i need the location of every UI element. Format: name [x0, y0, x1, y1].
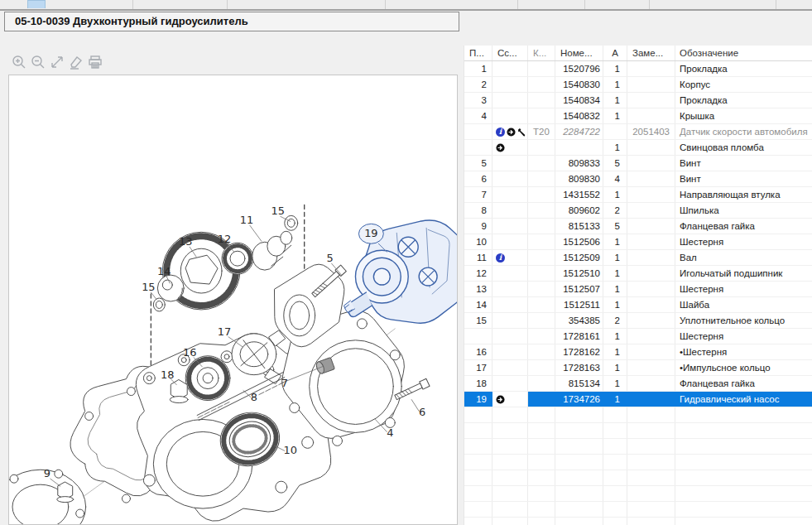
column-header-desc[interactable]: Обозначение: [675, 46, 812, 60]
table-row-pos-13[interactable]: 1315125071Шестерня: [464, 282, 812, 297]
table-row-empty[interactable]: [464, 455, 812, 470]
table-row[interactable]: iT2022847222051403Датчик скорости автомо…: [464, 124, 812, 140]
table-row-pos-6[interactable]: 68098304Винт: [464, 171, 812, 187]
part-label-8[interactable]: 8: [251, 391, 257, 403]
table-row-pos-18[interactable]: 188151341Фланцевая гайка: [464, 376, 812, 392]
part-nut-9[interactable]: [57, 482, 74, 502]
table-header-row[interactable]: П...Сс...К...Номе...АЗаме...Обозначение: [464, 46, 812, 61]
part-ring-15a[interactable]: [285, 215, 298, 230]
column-header-pos[interactable]: П...: [464, 46, 492, 60]
table-row-pos-3[interactable]: 315408341Прокладка: [464, 93, 812, 108]
zoom-out-icon[interactable]: [30, 54, 46, 70]
cell-empty: [603, 407, 627, 422]
part-label-16[interactable]: 16: [183, 346, 196, 359]
cell-pos: 17: [464, 360, 492, 375]
table-row-pos-12[interactable]: 1215125101Игольчатый подшипник: [464, 266, 812, 282]
part-label-19[interactable]: 19: [364, 227, 377, 239]
cell-ref: [492, 360, 528, 375]
cell-code: [528, 156, 555, 171]
table-row-empty[interactable]: [464, 439, 812, 455]
part-label-5[interactable]: 5: [326, 252, 333, 264]
table-row-pos-10[interactable]: 1015125061Шестерня: [464, 234, 812, 250]
exploded-diagram[interactable]: 1511121314155171618781096419: [9, 75, 457, 524]
zoom-in-icon[interactable]: [11, 54, 27, 70]
cell-code: [528, 187, 555, 202]
exchange-icon: [496, 395, 505, 404]
table-row-pos-7[interactable]: 714315521Направляющая втулка: [464, 187, 812, 203]
part-label-12[interactable]: 12: [218, 233, 231, 245]
wrench-icon: [517, 128, 526, 137]
part-label-13[interactable]: 13: [179, 235, 192, 248]
part-label-6[interactable]: 6: [419, 406, 425, 418]
part-label-17[interactable]: 17: [218, 325, 231, 338]
cell-empty: [464, 470, 492, 485]
cell-qty: 2: [603, 203, 627, 218]
table-row-pos-8[interactable]: 88096022Шпилька: [464, 203, 812, 219]
table-row-pos-2[interactable]: 215408301Корпус: [464, 77, 812, 93]
part-label-15[interactable]: 15: [271, 205, 285, 217]
cell-empty: [464, 518, 492, 525]
cell-code: [528, 203, 555, 218]
part-label-7[interactable]: 7: [281, 377, 288, 389]
table-row[interactable]: 17281611Шестерня: [464, 329, 812, 344]
cell-empty: [555, 518, 603, 525]
part-label-15[interactable]: 15: [142, 281, 155, 293]
table-row-empty[interactable]: [464, 470, 812, 486]
cell-pos: 6: [464, 171, 492, 186]
cell-desc: Игольчатый подшипник: [675, 266, 812, 281]
column-header-repl[interactable]: Заме...: [627, 46, 675, 60]
cell-num: 1512511: [555, 297, 603, 312]
section-title: 05-10-0039 Двухконтурный гидроусилитель: [4, 12, 459, 31]
table-row-empty[interactable]: [464, 518, 812, 525]
cell-empty: [627, 518, 675, 525]
cell-num: 1734726: [555, 392, 603, 407]
cell-code: [528, 392, 555, 407]
table-row-pos-1[interactable]: 115207961Прокладка: [464, 61, 812, 77]
part-washer-14[interactable]: [157, 275, 184, 301]
column-header-qty[interactable]: А: [603, 46, 627, 60]
cell-repl: [627, 376, 675, 391]
cell-num: 1512506: [555, 234, 603, 249]
cell-ref: [492, 108, 528, 123]
column-header-ref[interactable]: Сс...: [492, 46, 528, 60]
column-header-code[interactable]: К...: [528, 46, 555, 60]
highlighter-icon[interactable]: [68, 54, 84, 70]
table-row-pos-17[interactable]: 1717281631•Импульсное кольцо: [464, 360, 812, 376]
table-row-pos-5[interactable]: 58098335Винт: [464, 156, 812, 171]
table-row[interactable]: 1Свинцовая пломба: [464, 140, 812, 156]
part-label-4[interactable]: 4: [387, 426, 393, 439]
table-row-pos-15[interactable]: 153543852Уплотнительное кольцо: [464, 313, 812, 329]
table-row-empty[interactable]: [464, 502, 812, 518]
part-label-14[interactable]: 14: [157, 265, 171, 277]
table-row-pos-11[interactable]: 11i15125091Вал: [464, 250, 812, 266]
part-label-10[interactable]: 10: [284, 444, 297, 456]
cell-desc: •Импульсное кольцо: [675, 360, 812, 375]
part-label-18[interactable]: 18: [161, 368, 174, 381]
part-bearing-12[interactable]: [222, 243, 253, 274]
column-header-num[interactable]: Номе...: [555, 46, 603, 60]
print-icon[interactable]: [87, 54, 103, 70]
part-nut-18[interactable]: [170, 380, 188, 403]
table-row-pos-19[interactable]: 1917347261Гидравлический насос: [464, 392, 812, 407]
cell-pos: [464, 329, 492, 344]
part-ring-15b[interactable]: [153, 298, 165, 311]
table-row-pos-14[interactable]: 1415125111Шайба: [464, 297, 812, 313]
cell-empty: [528, 502, 555, 517]
table-row-empty[interactable]: [464, 486, 812, 502]
table-row-empty[interactable]: [464, 423, 812, 439]
table-row-pos-16[interactable]: 1617281621•Шестерня: [464, 344, 812, 360]
cell-qty: 1: [603, 250, 627, 265]
table-row-empty[interactable]: [464, 407, 812, 423]
part-label-11[interactable]: 11: [240, 214, 253, 226]
cell-num: 1728163: [555, 360, 603, 375]
part-label-9[interactable]: 9: [44, 467, 50, 479]
table-row-pos-9[interactable]: 98151335Фланцевая гайка: [464, 219, 812, 234]
cell-qty: 1: [603, 360, 627, 375]
cell-pos: 9: [464, 219, 492, 234]
cell-empty: [492, 518, 528, 525]
part-gear-16[interactable]: [185, 356, 230, 401]
table-row-pos-4[interactable]: 415408321Крышка: [464, 108, 812, 124]
cell-code: [528, 140, 555, 155]
fit-view-icon[interactable]: [49, 54, 65, 70]
cell-num: [555, 140, 603, 155]
